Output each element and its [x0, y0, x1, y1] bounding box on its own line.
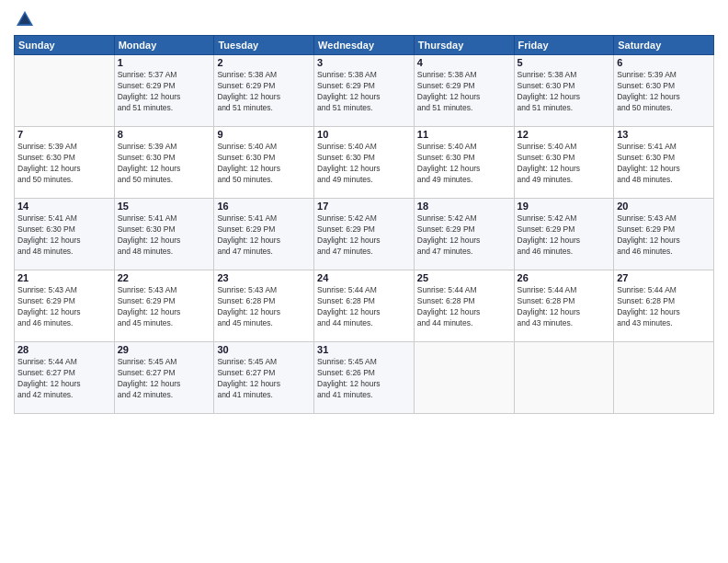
logo — [14, 9, 35, 28]
day-info: Sunrise: 5:44 AM Sunset: 6:28 PM Dayligh… — [417, 285, 511, 329]
day-number: 6 — [617, 57, 711, 68]
day-number: 23 — [217, 272, 311, 283]
day-number: 28 — [17, 344, 111, 355]
calendar-header-row: SundayMondayTuesdayWednesdayThursdayFrid… — [15, 36, 714, 55]
col-header-thursday: Thursday — [414, 36, 514, 55]
day-number: 27 — [617, 272, 711, 283]
week-row-3: 14Sunrise: 5:41 AM Sunset: 6:30 PM Dayli… — [15, 199, 714, 270]
day-cell: 12Sunrise: 5:40 AM Sunset: 6:30 PM Dayli… — [514, 127, 614, 199]
day-cell: 1Sunrise: 5:37 AM Sunset: 6:29 PM Daylig… — [114, 55, 214, 127]
day-info: Sunrise: 5:41 AM Sunset: 6:30 PM Dayligh… — [617, 142, 711, 186]
day-info: Sunrise: 5:40 AM Sunset: 6:30 PM Dayligh… — [217, 142, 311, 186]
day-cell: 10Sunrise: 5:40 AM Sunset: 6:30 PM Dayli… — [314, 127, 415, 199]
day-cell: 25Sunrise: 5:44 AM Sunset: 6:28 PM Dayli… — [414, 270, 514, 342]
logo-icon — [15, 9, 35, 28]
day-info: Sunrise: 5:39 AM Sunset: 6:30 PM Dayligh… — [617, 70, 711, 114]
day-cell: 30Sunrise: 5:45 AM Sunset: 6:27 PM Dayli… — [214, 342, 314, 414]
day-number: 11 — [417, 129, 511, 140]
day-cell: 5Sunrise: 5:38 AM Sunset: 6:30 PM Daylig… — [514, 55, 614, 127]
day-number: 3 — [317, 57, 411, 68]
day-info: Sunrise: 5:38 AM Sunset: 6:29 PM Dayligh… — [417, 70, 511, 114]
day-info: Sunrise: 5:42 AM Sunset: 6:29 PM Dayligh… — [317, 213, 411, 258]
day-cell: 17Sunrise: 5:42 AM Sunset: 6:29 PM Dayli… — [314, 199, 415, 270]
day-number: 16 — [217, 201, 311, 212]
day-cell: 20Sunrise: 5:43 AM Sunset: 6:29 PM Dayli… — [614, 199, 714, 270]
day-number: 26 — [518, 272, 611, 283]
day-number: 9 — [217, 129, 311, 140]
day-cell: 6Sunrise: 5:39 AM Sunset: 6:30 PM Daylig… — [614, 55, 714, 127]
day-number: 5 — [518, 57, 611, 68]
day-info: Sunrise: 5:39 AM Sunset: 6:30 PM Dayligh… — [118, 142, 211, 186]
day-number: 21 — [17, 272, 111, 283]
day-number: 7 — [17, 129, 111, 140]
day-info: Sunrise: 5:44 AM Sunset: 6:28 PM Dayligh… — [518, 285, 611, 329]
day-info: Sunrise: 5:45 AM Sunset: 6:27 PM Dayligh… — [118, 357, 211, 401]
day-info: Sunrise: 5:38 AM Sunset: 6:29 PM Dayligh… — [317, 70, 411, 114]
day-number: 15 — [118, 201, 211, 212]
day-number: 19 — [518, 201, 611, 212]
day-number: 22 — [118, 272, 211, 283]
day-number: 10 — [317, 129, 411, 140]
day-number: 13 — [617, 129, 711, 140]
day-info: Sunrise: 5:41 AM Sunset: 6:30 PM Dayligh… — [118, 213, 211, 258]
day-info: Sunrise: 5:38 AM Sunset: 6:29 PM Dayligh… — [217, 70, 311, 114]
col-header-monday: Monday — [114, 36, 214, 55]
day-info: Sunrise: 5:43 AM Sunset: 6:29 PM Dayligh… — [617, 213, 711, 258]
day-info: Sunrise: 5:40 AM Sunset: 6:30 PM Dayligh… — [417, 142, 511, 186]
day-info: Sunrise: 5:39 AM Sunset: 6:30 PM Dayligh… — [17, 142, 111, 186]
day-cell: 29Sunrise: 5:45 AM Sunset: 6:27 PM Dayli… — [114, 342, 214, 414]
col-header-tuesday: Tuesday — [214, 36, 314, 55]
day-info: Sunrise: 5:40 AM Sunset: 6:30 PM Dayligh… — [518, 142, 611, 186]
day-cell: 15Sunrise: 5:41 AM Sunset: 6:30 PM Dayli… — [114, 199, 214, 270]
day-info: Sunrise: 5:43 AM Sunset: 6:28 PM Dayligh… — [217, 285, 311, 329]
calendar-table: SundayMondayTuesdayWednesdayThursdayFrid… — [14, 35, 714, 414]
day-info: Sunrise: 5:44 AM Sunset: 6:27 PM Dayligh… — [17, 357, 111, 401]
week-row-2: 7Sunrise: 5:39 AM Sunset: 6:30 PM Daylig… — [15, 127, 714, 199]
day-number: 25 — [417, 272, 511, 283]
day-cell: 22Sunrise: 5:43 AM Sunset: 6:29 PM Dayli… — [114, 270, 214, 342]
day-info: Sunrise: 5:42 AM Sunset: 6:29 PM Dayligh… — [417, 213, 511, 258]
day-number: 8 — [118, 129, 211, 140]
day-cell — [15, 55, 115, 127]
day-number: 20 — [617, 201, 711, 212]
day-info: Sunrise: 5:43 AM Sunset: 6:29 PM Dayligh… — [118, 285, 211, 329]
day-cell: 31Sunrise: 5:45 AM Sunset: 6:26 PM Dayli… — [314, 342, 415, 414]
day-number: 30 — [217, 344, 311, 355]
day-info: Sunrise: 5:45 AM Sunset: 6:27 PM Dayligh… — [217, 357, 311, 401]
day-cell: 13Sunrise: 5:41 AM Sunset: 6:30 PM Dayli… — [614, 127, 714, 199]
day-cell: 8Sunrise: 5:39 AM Sunset: 6:30 PM Daylig… — [114, 127, 214, 199]
day-cell — [514, 342, 614, 414]
col-header-friday: Friday — [514, 36, 614, 55]
day-cell: 16Sunrise: 5:41 AM Sunset: 6:29 PM Dayli… — [214, 199, 314, 270]
day-cell — [614, 342, 714, 414]
day-info: Sunrise: 5:37 AM Sunset: 6:29 PM Dayligh… — [118, 70, 211, 114]
day-info: Sunrise: 5:43 AM Sunset: 6:29 PM Dayligh… — [17, 285, 111, 329]
day-number: 17 — [317, 201, 411, 212]
col-header-sunday: Sunday — [15, 36, 115, 55]
day-cell: 7Sunrise: 5:39 AM Sunset: 6:30 PM Daylig… — [15, 127, 115, 199]
header — [14, 9, 714, 28]
col-header-wednesday: Wednesday — [314, 36, 415, 55]
day-info: Sunrise: 5:38 AM Sunset: 6:30 PM Dayligh… — [518, 70, 611, 114]
day-info: Sunrise: 5:41 AM Sunset: 6:30 PM Dayligh… — [17, 213, 111, 258]
day-cell: 27Sunrise: 5:44 AM Sunset: 6:28 PM Dayli… — [614, 270, 714, 342]
day-number: 24 — [317, 272, 411, 283]
day-info: Sunrise: 5:44 AM Sunset: 6:28 PM Dayligh… — [617, 285, 711, 329]
day-cell: 14Sunrise: 5:41 AM Sunset: 6:30 PM Dayli… — [15, 199, 115, 270]
page: SundayMondayTuesdayWednesdayThursdayFrid… — [0, 0, 728, 563]
day-cell: 11Sunrise: 5:40 AM Sunset: 6:30 PM Dayli… — [414, 127, 514, 199]
day-cell — [414, 342, 514, 414]
day-cell: 4Sunrise: 5:38 AM Sunset: 6:29 PM Daylig… — [414, 55, 514, 127]
day-number: 4 — [417, 57, 511, 68]
day-cell: 21Sunrise: 5:43 AM Sunset: 6:29 PM Dayli… — [15, 270, 115, 342]
day-number: 31 — [317, 344, 411, 355]
week-row-5: 28Sunrise: 5:44 AM Sunset: 6:27 PM Dayli… — [15, 342, 714, 414]
day-cell: 18Sunrise: 5:42 AM Sunset: 6:29 PM Dayli… — [414, 199, 514, 270]
day-cell: 3Sunrise: 5:38 AM Sunset: 6:29 PM Daylig… — [314, 55, 415, 127]
day-info: Sunrise: 5:45 AM Sunset: 6:26 PM Dayligh… — [317, 357, 411, 401]
day-cell: 2Sunrise: 5:38 AM Sunset: 6:29 PM Daylig… — [214, 55, 314, 127]
day-number: 14 — [17, 201, 111, 212]
day-info: Sunrise: 5:44 AM Sunset: 6:28 PM Dayligh… — [317, 285, 411, 329]
day-cell: 23Sunrise: 5:43 AM Sunset: 6:28 PM Dayli… — [214, 270, 314, 342]
day-info: Sunrise: 5:40 AM Sunset: 6:30 PM Dayligh… — [317, 142, 411, 186]
